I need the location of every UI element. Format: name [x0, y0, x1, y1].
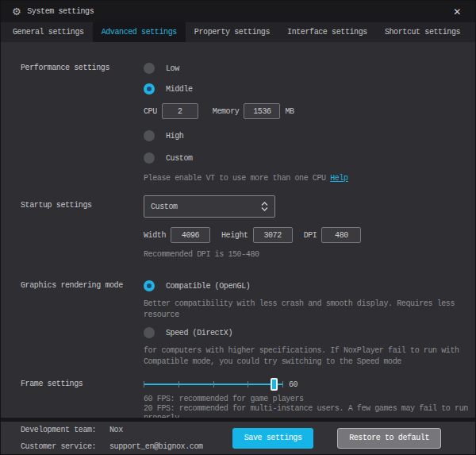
graphics-label: Graphics rendering mode [21, 276, 144, 368]
graphics-section: Graphics rendering mode Compatible (Open… [21, 276, 475, 368]
cpu-memory-row: CPU Memory MB [144, 99, 475, 123]
frame-section: Frame settings 60 60 FPS: recommended fo… [21, 374, 475, 423]
radio-speed[interactable] [144, 327, 155, 338]
gear-icon: ⚙ [12, 6, 21, 17]
restore-default-button[interactable]: Restore to default [337, 428, 441, 449]
memory-input[interactable] [244, 103, 280, 119]
radio-row-high[interactable]: High [144, 125, 475, 146]
dev-team-value: Nox [109, 422, 123, 438]
cpu-label: CPU [144, 107, 157, 116]
tab-bar: General settings Advanced settings Prope… [1, 22, 475, 42]
footer-bar: Development team: Nox Customer service: … [1, 418, 475, 454]
dev-team-line: Development team: Nox [21, 422, 203, 438]
tab-shortcut-settings[interactable]: Shortcut settings [376, 22, 469, 42]
radio-row-compatible[interactable]: Compatible (OpenGL) [144, 276, 475, 296]
system-settings-window: ⚙ System settings ✕ General settings Adv… [0, 0, 476, 455]
resolution-row: Width Height DPI [144, 226, 475, 245]
performance-section: Performance settings Low Middle CPU Memo… [21, 58, 475, 184]
cpu-input[interactable] [162, 103, 198, 119]
close-icon[interactable]: ✕ [447, 5, 467, 19]
tab-general-settings[interactable]: General settings [4, 22, 93, 42]
customer-service-label: Customer service: [21, 438, 109, 455]
radio-row-custom[interactable]: Custom [144, 148, 475, 168]
radio-middle[interactable] [144, 83, 155, 94]
footer-info: Development team: Nox Customer service: … [21, 422, 203, 455]
dpi-note: Recommended DPI is 150-480 [144, 249, 461, 260]
speed-note: for computers with higher specifications… [144, 345, 461, 368]
tab-advanced-settings[interactable]: Advanced settings [93, 22, 186, 42]
customer-service-line: Customer service: support_en@bignox.com [21, 438, 203, 455]
radio-row-low[interactable]: Low [144, 58, 475, 79]
startup-dropdown-value: Custom [151, 202, 178, 211]
dpi-label: DPI [304, 231, 317, 240]
width-label: Width [144, 231, 166, 240]
radio-speed-label: Speed (DirectX) [166, 329, 232, 337]
performance-label: Performance settings [21, 58, 144, 184]
frame-slider-row: 60 [144, 374, 475, 395]
frame-label: Frame settings [21, 374, 144, 423]
fps-slider[interactable] [144, 377, 282, 391]
startup-dropdown[interactable]: Custom [144, 195, 275, 218]
width-input[interactable] [171, 227, 210, 243]
vt-note: Please enable VT to use more than one CP… [144, 173, 461, 184]
fps-note-1: 60 FPS: recommended for game players [144, 395, 469, 404]
slider-tick [144, 381, 144, 388]
radio-high-label: High [166, 132, 183, 141]
save-settings-button[interactable]: Save settings [232, 428, 313, 449]
vt-note-text: Please enable VT to use more than one CP… [144, 174, 330, 183]
memory-label: Memory [213, 107, 240, 116]
radio-compatible-label: Compatible (OpenGL) [166, 282, 250, 291]
radio-row-speed[interactable]: Speed (DirectX) [144, 322, 475, 343]
radio-low[interactable] [144, 63, 155, 74]
radio-row-middle[interactable]: Middle [144, 79, 475, 99]
chevron-updown-icon [261, 202, 268, 211]
height-input[interactable] [253, 227, 293, 243]
slider-tick [248, 381, 248, 388]
fps-value: 60 [289, 380, 298, 389]
slider-tick [178, 381, 179, 388]
radio-custom-label: Custom [166, 154, 193, 163]
slider-tick [213, 381, 214, 388]
slider-handle[interactable] [271, 378, 278, 391]
memory-unit: MB [285, 107, 294, 116]
radio-compatible[interactable] [144, 280, 155, 291]
help-link[interactable]: Help [330, 174, 347, 183]
radio-high[interactable] [144, 130, 155, 141]
dpi-input[interactable] [321, 227, 361, 243]
customer-service-value: support_en@bignox.com [109, 438, 203, 455]
startup-section: Startup settings Custom Width Height DPI [21, 195, 475, 260]
tab-interface-settings[interactable]: Interface settings [278, 22, 376, 42]
dev-team-label: Development team: [21, 422, 109, 438]
height-label: Height [221, 231, 248, 240]
tab-property-settings[interactable]: Property settings [186, 22, 278, 42]
compatible-note: Better compatibility with less crash and… [144, 299, 461, 321]
slider-tick [282, 381, 283, 388]
footer-buttons: Save settings Restore to default [232, 428, 441, 449]
window-title: System settings [27, 7, 94, 16]
radio-low-label: Low [166, 64, 179, 73]
title-bar: ⚙ System settings ✕ [1, 1, 475, 22]
radio-custom[interactable] [144, 152, 155, 164]
radio-middle-label: Middle [166, 85, 193, 94]
settings-content: Performance settings Low Middle CPU Memo… [1, 42, 475, 423]
startup-label: Startup settings [21, 195, 144, 260]
